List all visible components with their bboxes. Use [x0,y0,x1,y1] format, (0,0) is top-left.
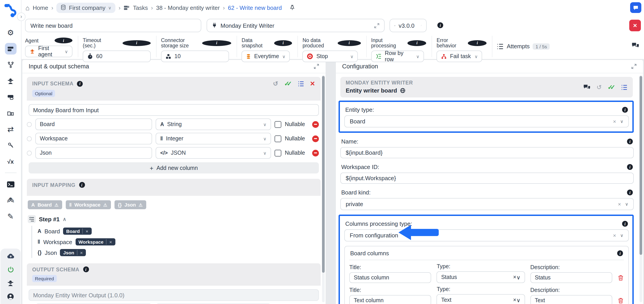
breadcrumb-subtask[interactable]: 62 - Write new board [228,4,282,11]
info-icon[interactable]: i [274,40,292,46]
storage-input[interactable]: 10 [161,50,229,62]
agent-select[interactable]: First agent ∨ [25,46,72,57]
comments-icon[interactable] [583,84,591,90]
remove-column-icon[interactable] [312,135,319,142]
version-select[interactable]: v3.0.0 [390,19,427,32]
column-name-input[interactable] [35,147,152,159]
column-title-input[interactable] [349,295,431,304]
project-folder-icon[interactable] [5,107,16,119]
info-icon[interactable]: i [438,22,443,28]
formula-sqrt-icon[interactable]: √x [5,156,16,167]
remove-column-icon[interactable] [312,121,319,128]
mapping-source-chip[interactable]: ‖ Workspace ⚠ [66,200,111,209]
column-name-input[interactable] [35,133,152,144]
breadcrumb-tasks[interactable]: Tasks [133,4,148,11]
comments-icon[interactable] [632,42,640,49]
delete-row-trash-icon[interactable] [618,274,624,281]
remove-chip-icon[interactable]: × [82,228,88,234]
nullable-checkbox[interactable] [274,121,281,128]
error-behavior-select[interactable]: Fail task ∨ [437,50,482,62]
column-type-select[interactable]: ‖ Integer ∨ [156,133,271,144]
no-data-select[interactable]: Stop ∨ [302,50,358,62]
user-avatar-icon[interactable] [5,290,16,302]
info-icon[interactable]: i [408,40,426,46]
info-icon[interactable]: i [622,107,628,113]
snapshot-select[interactable]: Everytime ∨ [242,50,290,62]
info-icon[interactable]: i [122,40,151,46]
sidebar-expand-button[interactable]: › [17,12,26,21]
breadcrumb-task[interactable]: 38 - Monday entity writer [156,4,220,11]
clear-icon[interactable]: × [613,232,616,238]
mapping-step-header[interactable]: Step #1 ∧ [28,215,321,223]
name-input[interactable] [340,147,634,158]
scrollbar-thumb[interactable] [322,76,325,273]
expand-icon[interactable] [421,23,422,28]
support-chat-button[interactable] [630,2,641,13]
design-tools-icon[interactable]: ✎✎ [5,194,16,206]
agent-spy-icon[interactable] [5,277,16,289]
column-title-input[interactable] [349,272,431,283]
clear-icon[interactable]: × [513,297,516,303]
validate-check-icon[interactable]: ✓✓ [284,80,292,87]
connector-select[interactable]: Monday Entity Writer [206,19,384,32]
drag-handle[interactable] [27,122,32,127]
nullable-checkbox[interactable] [274,135,281,142]
list-view-icon[interactable] [621,84,628,90]
info-icon[interactable]: i [627,190,633,195]
remove-chip-icon[interactable]: × [77,250,83,255]
connectors-tag-icon[interactable] [5,91,16,103]
board-kind-select[interactable]: private × ∨ [340,198,634,210]
undo-icon[interactable]: ↺ [273,80,278,87]
column-description-input[interactable] [530,295,612,304]
columns-processing-select[interactable]: From configuration × ∨ [344,229,629,242]
column-type-select[interactable]: Text × ∨ [437,294,525,304]
agents-spy-icon[interactable] [5,75,16,87]
info-icon[interactable]: i [54,38,72,43]
workspace-id-input[interactable] [340,172,634,184]
column-type-select[interactable]: A String ∨ [156,118,271,130]
expand-panel-icon[interactable] [314,64,319,69]
remove-icon[interactable]: ✕ [310,80,315,87]
column-type-select[interactable]: </> JSON ∨ [156,147,271,159]
input-processing-select[interactable]: Row by row ∨ [371,50,424,62]
info-icon[interactable]: i [468,40,487,46]
branch-icon[interactable] [5,59,16,71]
info-icon[interactable]: i [617,250,623,256]
task-name-input[interactable] [25,19,201,32]
remove-chip-icon[interactable]: × [106,239,112,244]
app-logo-icon[interactable] [3,3,18,18]
mapping-chip[interactable]: Board × [63,228,92,235]
expand-panel-icon[interactable] [631,64,637,69]
drag-handle[interactable] [27,136,32,141]
power-icon[interactable] [5,264,16,276]
clear-icon[interactable]: × [513,274,516,280]
tasks-icon[interactable] [5,43,16,54]
entity-type-select[interactable]: Board × ∨ [344,115,629,128]
info-icon[interactable]: i [202,40,231,46]
info-icon[interactable]: i [77,81,83,86]
cloud-upload-icon[interactable] [5,250,16,262]
pencil-icon[interactable]: ✎ [5,210,16,222]
clear-icon[interactable]: × [613,118,616,124]
expand-icon[interactable] [374,22,380,28]
validate-check-icon[interactable]: ✓✓ [608,84,616,91]
timeout-input[interactable]: 60 [83,50,151,62]
info-icon[interactable]: i [338,40,361,46]
info-icon[interactable]: i [83,266,89,272]
mapping-chip[interactable]: Json × [60,249,86,256]
settings-gear-icon[interactable]: ⚙ [5,27,16,38]
mapping-source-chip[interactable]: A Board ⚠ [28,200,62,209]
chevron-up-icon[interactable]: ∧ [63,216,66,222]
mapping-chip[interactable]: Workspace × [75,238,115,246]
column-name-input[interactable] [35,118,152,130]
breadcrumb-home[interactable]: Home [33,4,48,11]
drag-handle[interactable] [27,150,32,155]
attempts-control[interactable]: Attempts 1 / 5s [497,43,550,50]
breadcrumb-company-pill[interactable]: First company ∨ [56,2,116,13]
info-icon[interactable]: i [627,164,633,170]
info-icon[interactable]: i [79,182,85,188]
column-description-input[interactable] [530,272,612,283]
delete-row-trash-icon[interactable] [618,297,624,304]
column-type-select[interactable]: Status × ∨ [437,271,525,283]
pin-icon[interactable] [289,4,295,11]
